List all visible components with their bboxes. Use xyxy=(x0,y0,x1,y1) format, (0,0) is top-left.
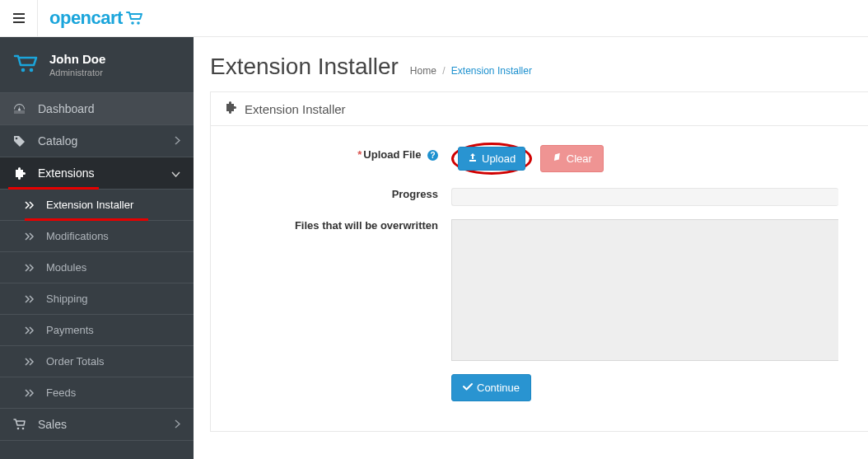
double-chevron-icon xyxy=(25,389,41,397)
sidebar: John Doe Administrator Dashboard Catalog… xyxy=(0,37,194,459)
svg-point-5 xyxy=(137,21,140,25)
overwrite-label: Files that will be overwritten xyxy=(227,219,451,361)
upload-button[interactable]: Upload xyxy=(458,147,525,171)
double-chevron-icon xyxy=(25,326,41,335)
menu-icon xyxy=(13,13,25,23)
svg-point-6 xyxy=(21,68,26,73)
check-icon xyxy=(463,382,473,394)
nav-label: Order Totals xyxy=(46,355,105,368)
logo-text: opencart xyxy=(49,7,123,29)
cart-icon xyxy=(126,11,144,26)
nav-label: Feeds xyxy=(46,386,76,399)
svg-point-7 xyxy=(30,68,34,73)
menu-toggle-button[interactable] xyxy=(0,0,38,37)
svg-point-10 xyxy=(16,137,18,139)
svg-point-4 xyxy=(131,21,134,25)
main-content: Extension Installer Home / Extension Ins… xyxy=(194,37,868,459)
chevron-right-icon xyxy=(175,418,180,431)
panel-heading: Extension Installer xyxy=(211,92,868,126)
progress-label: Progress xyxy=(227,188,451,206)
sidebar-subitem-shipping[interactable]: Shipping xyxy=(0,283,194,315)
svg-text:?: ? xyxy=(430,151,435,160)
cart-icon xyxy=(13,419,31,430)
help-icon[interactable]: ? xyxy=(427,150,438,161)
breadcrumb: Home / Extension Installer xyxy=(410,65,532,77)
eraser-icon xyxy=(552,152,562,165)
double-chevron-icon xyxy=(25,201,41,209)
sidebar-item-sales[interactable]: Sales xyxy=(0,409,194,441)
nav-label: Dashboard xyxy=(38,102,180,115)
nav-label: Modifications xyxy=(46,230,109,242)
svg-rect-9 xyxy=(14,110,25,114)
svg-rect-2 xyxy=(13,21,25,23)
user-role: Administrator xyxy=(49,68,105,77)
sidebar-subitem-modifications[interactable]: Modifications xyxy=(0,221,194,252)
double-chevron-icon xyxy=(25,232,41,241)
chevron-right-icon xyxy=(175,134,180,148)
sidebar-subitem-order-totals[interactable]: Order Totals xyxy=(0,346,194,377)
dashboard-icon xyxy=(13,103,31,115)
sidebar-item-dashboard[interactable]: Dashboard xyxy=(0,93,194,125)
sidebar-subitem-feeds[interactable]: Feeds xyxy=(0,377,194,409)
breadcrumb-home[interactable]: Home xyxy=(410,65,436,77)
nav-label: Modules xyxy=(46,261,86,274)
logo[interactable]: opencart xyxy=(38,7,156,29)
sidebar-subitem-extension-installer[interactable]: Extension Installer xyxy=(0,190,194,221)
clear-button[interactable]: Clear xyxy=(540,145,604,172)
panel-title: Extension Installer xyxy=(245,102,346,116)
cart-icon xyxy=(13,54,38,76)
continue-button[interactable]: Continue xyxy=(451,374,531,401)
svg-rect-0 xyxy=(13,13,25,15)
overwrite-files-box xyxy=(451,219,838,361)
upload-icon xyxy=(468,152,478,165)
tag-icon xyxy=(13,135,31,148)
puzzle-icon xyxy=(224,101,236,116)
svg-point-12 xyxy=(22,428,25,430)
svg-point-11 xyxy=(17,428,20,430)
sidebar-subitem-modules[interactable]: Modules xyxy=(0,252,194,283)
svg-rect-1 xyxy=(13,17,25,19)
double-chevron-icon xyxy=(25,264,41,272)
nav-label: Payments xyxy=(46,324,94,336)
sidebar-item-catalog[interactable]: Catalog xyxy=(0,125,194,157)
nav-label: Catalog xyxy=(38,134,175,148)
puzzle-icon xyxy=(13,167,31,180)
page-title: Extension Installer xyxy=(210,54,399,80)
nav-label: Sales xyxy=(38,418,175,431)
chevron-down-icon xyxy=(171,166,180,180)
double-chevron-icon xyxy=(25,295,41,303)
upload-highlight: Upload xyxy=(451,143,532,175)
user-area: John Doe Administrator xyxy=(0,37,194,93)
upload-file-label: *Upload File ? xyxy=(227,143,451,175)
progress-bar xyxy=(451,188,838,206)
nav-label: Extensions xyxy=(38,166,171,180)
nav-label: Extension Installer xyxy=(46,199,133,211)
double-chevron-icon xyxy=(25,358,41,366)
breadcrumb-current[interactable]: Extension Installer xyxy=(451,65,532,77)
panel: Extension Installer *Upload File ? xyxy=(210,91,868,432)
nav-label: Shipping xyxy=(46,293,88,305)
sidebar-subitem-payments[interactable]: Payments xyxy=(0,315,194,346)
user-name: John Doe xyxy=(49,52,105,66)
sidebar-item-extensions[interactable]: Extensions xyxy=(0,157,194,190)
